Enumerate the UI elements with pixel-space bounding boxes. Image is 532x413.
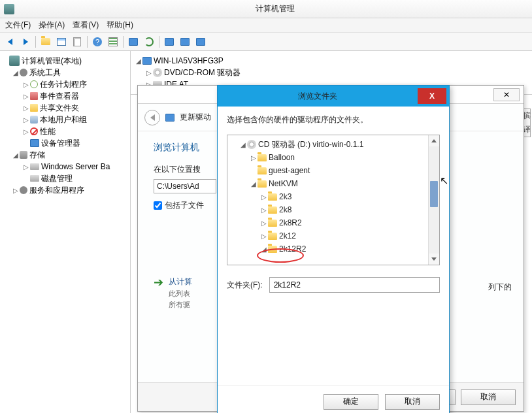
browse-tree-container: ◢CD 驱动器 (D:) virtio-win-0.1.1 ▷Balloon g… <box>227 135 440 265</box>
tree-storage[interactable]: ◢存储 <box>1 149 129 161</box>
disk-icon <box>30 175 39 182</box>
browse-folder-dialog: 浏览文件夹 X 选择包含你的硬件的驱动程序的文件夹。 ◢CD 驱动器 (D:) … <box>217 85 450 413</box>
properties-button[interactable] <box>70 35 84 49</box>
tools-icon <box>20 69 27 76</box>
close-icon: ✕ <box>503 90 510 99</box>
left-nav-tree: 计算机管理(本地) ◢系统工具 ▷任务计划程序 ▷事件查看器 ▷共享文件夹 ▷本… <box>0 51 131 413</box>
toolbar-separator <box>123 36 124 48</box>
tree-performance[interactable]: ▷性能 <box>1 125 129 137</box>
chevron-down-icon <box>431 257 437 261</box>
scroll-thumb[interactable] <box>430 181 438 207</box>
tree-2k12[interactable]: ▷2k12 <box>229 229 438 242</box>
main-content-area: 计算机管理(本地) ◢系统工具 ▷任务计划程序 ▷事件查看器 ▷共享文件夹 ▷本… <box>0 51 532 413</box>
computer-icon <box>9 56 20 66</box>
toolbar-separator <box>87 36 88 48</box>
show-hide-tree-button[interactable] <box>54 35 69 49</box>
tree-local-users[interactable]: ▷本地用户和组 <box>1 114 129 125</box>
tree-netkvm[interactable]: ◢NetKVM <box>229 177 438 190</box>
back-arrow-icon <box>150 114 155 121</box>
tree-guest-agent[interactable]: guest-agent <box>229 164 438 177</box>
folder-name-label: 文件夹(F): <box>227 280 263 291</box>
folder-icon <box>258 154 267 161</box>
pick-option-desc1: 此列表 <box>169 289 192 299</box>
folder-icon <box>268 246 277 253</box>
tree-2k3[interactable]: ▷2k3 <box>229 190 438 203</box>
menu-file[interactable]: 文件(F) <box>5 20 31 31</box>
folder-icon <box>258 180 267 188</box>
pick-option-title: 从计算 <box>169 276 192 288</box>
browse-scrollbar[interactable] <box>428 135 439 265</box>
nav-back-button[interactable] <box>3 35 17 49</box>
tree-root[interactable]: 计算机管理(本地) <box>1 55 129 67</box>
event-icon <box>30 92 38 100</box>
menu-view[interactable]: 查看(V) <box>73 20 99 31</box>
folder-name-input[interactable] <box>269 277 440 293</box>
tree-disk-management[interactable]: 磁盘管理 <box>1 173 129 184</box>
app-icon <box>4 4 14 14</box>
nav-forward-button[interactable] <box>18 35 33 49</box>
browse-body: 选择包含你的硬件的驱动程序的文件夹。 ◢CD 驱动器 (D:) virtio-w… <box>218 107 449 301</box>
browse-titlebar[interactable]: 浏览文件夹 X <box>218 86 449 107</box>
close-icon: X <box>429 91 435 101</box>
toolbar: ? <box>0 33 532 51</box>
tree-windows-server-backup[interactable]: ▷Windows Server Ba <box>1 161 129 173</box>
uninstall-button[interactable] <box>162 35 176 49</box>
tree-services-apps[interactable]: ▷服务和应用程序 <box>1 184 129 196</box>
tree-device-manager[interactable]: 设备管理器 <box>1 137 129 149</box>
toolbar-separator <box>35 36 36 48</box>
wizard-cancel-button[interactable]: 取消 <box>461 389 516 405</box>
tree-cd-drive[interactable]: ◢CD 驱动器 (D:) virtio-win-0.1.1 <box>229 138 438 151</box>
tree-2k8[interactable]: ▷2k8 <box>229 203 438 216</box>
search-location-input[interactable] <box>154 179 216 193</box>
menu-help[interactable]: 帮助(H) <box>107 20 133 31</box>
include-subfolders-box[interactable] <box>154 201 162 210</box>
computer-icon <box>142 57 152 65</box>
wizard-back-button[interactable] <box>144 110 160 125</box>
browse-ok-button[interactable]: 确定 <box>324 394 378 410</box>
window-title: 计算机管理 <box>18 3 532 14</box>
help-button[interactable]: ? <box>90 35 105 49</box>
folder-name-row: 文件夹(F): <box>227 277 440 293</box>
tree-balloon[interactable]: ▷Balloon <box>229 151 438 164</box>
folder-icon <box>268 220 277 227</box>
tree-2k12r2[interactable]: ◢2k12R2 <box>229 242 438 256</box>
scan-hardware-button[interactable] <box>126 35 141 49</box>
services-icon <box>20 186 27 194</box>
tree-task-scheduler[interactable]: ▷任务计划程序 <box>1 78 129 90</box>
wizard-tail-text: 列下的 <box>488 282 512 293</box>
up-button[interactable] <box>39 35 53 49</box>
clock-icon <box>30 80 38 88</box>
scroll-up-button[interactable] <box>429 135 439 146</box>
arrow-right-icon: ➔ <box>154 276 163 288</box>
refresh-button[interactable] <box>106 35 120 49</box>
menu-action[interactable]: 操作(A) <box>39 20 65 31</box>
menubar: 文件(F) 操作(A) 查看(V) 帮助(H) <box>0 18 532 33</box>
tree-shared-folders[interactable]: ▷共享文件夹 <box>1 102 129 114</box>
device-host-node[interactable]: ◢WIN-LIA5V3HFG3P <box>135 55 528 67</box>
right-pane: ◢WIN-LIA5V3HFG3P ▷DVD/CD-ROM 驱动器 ▷IDE AT… <box>131 51 532 413</box>
folder-icon <box>258 167 267 174</box>
disc-icon <box>247 140 256 149</box>
disc-icon <box>153 68 162 77</box>
tree-event-viewer[interactable]: ▷事件查看器 <box>1 90 129 102</box>
device-dvd-node[interactable]: ▷DVD/CD-ROM 驱动器 <box>135 67 528 78</box>
scroll-down-button[interactable] <box>429 254 439 265</box>
tree-2k8r2[interactable]: ▷2k8R2 <box>229 216 438 229</box>
wizard-header-icon <box>165 114 175 122</box>
main-window: 计算机管理 文件(F) 操作(A) 查看(V) 帮助(H) ? 计算机管理(本地… <box>0 0 532 413</box>
chevron-up-icon <box>431 139 437 142</box>
mouse-cursor-icon: ↖ <box>440 174 448 187</box>
enable-button[interactable] <box>193 35 208 49</box>
users-icon <box>30 116 38 124</box>
folder-icon <box>268 233 277 240</box>
browse-close-button[interactable]: X <box>418 88 446 104</box>
browse-cancel-button[interactable]: 取消 <box>385 394 440 410</box>
wizard-header-title: 更新驱动 <box>180 112 211 123</box>
update-driver-button[interactable] <box>142 35 156 49</box>
device-manager-icon <box>30 139 39 147</box>
tree-system-tools[interactable]: ◢系统工具 <box>1 67 129 78</box>
storage-icon <box>20 151 27 159</box>
wizard-close-button[interactable]: ✕ <box>493 88 520 101</box>
disable-button[interactable] <box>178 35 192 49</box>
include-subfolders-label: 包括子文件 <box>165 200 204 211</box>
